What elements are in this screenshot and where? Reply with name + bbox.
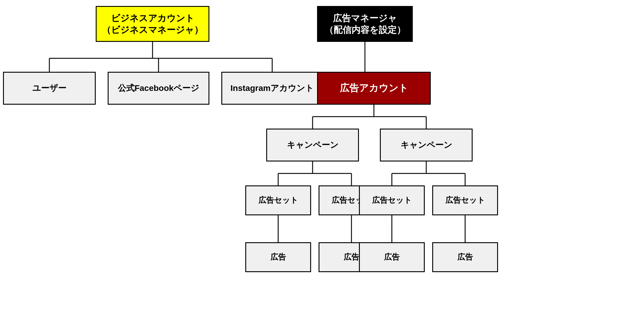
campaign2-node: キャンペーン	[380, 129, 473, 161]
business-label-line2: （ビジネスマネージャ）	[102, 25, 203, 35]
user-label: ユーザー	[32, 83, 66, 94]
adset1-label: 広告セット	[258, 195, 298, 205]
ad3-label: 広告	[384, 252, 400, 262]
instagram-node: Instagramアカウント	[221, 72, 323, 105]
adaccount-label: 広告アカウント	[340, 82, 408, 95]
ad-manager-node: 広告マネージャ （配信内容を設定）	[317, 6, 413, 42]
adset4-node: 広告セット	[432, 185, 498, 215]
diagram: ビジネスアカウント （ビジネスマネージャ） 広告マネージャ （配信内容を設定） …	[0, 0, 644, 317]
admanager-label-line1: 広告マネージャ	[333, 13, 397, 23]
campaign2-label: キャンペーン	[401, 140, 452, 150]
adset1-node: 広告セット	[245, 185, 311, 215]
ad4-node: 広告	[432, 242, 498, 272]
ad1-node: 広告	[245, 242, 311, 272]
business-label-line1: ビジネスアカウント	[111, 13, 194, 23]
business-account-node: ビジネスアカウント （ビジネスマネージャ）	[96, 6, 209, 42]
facebook-node: 公式Facebookページ	[108, 72, 209, 105]
user-node: ユーザー	[3, 72, 96, 105]
adset3-label: 広告セット	[372, 195, 412, 205]
campaign1-label: キャンペーン	[287, 140, 339, 150]
campaign1-node: キャンペーン	[266, 129, 359, 161]
adset4-label: 広告セット	[445, 195, 485, 205]
adset3-node: 広告セット	[359, 185, 425, 215]
ad2-label: 広告	[344, 252, 359, 262]
ad1-label: 広告	[270, 252, 286, 262]
ad3-node: 広告	[359, 242, 425, 272]
instagram-label: Instagramアカウント	[231, 83, 314, 94]
ad4-label: 広告	[457, 252, 473, 262]
admanager-label-line2: （配信内容を設定）	[325, 25, 406, 35]
facebook-label: 公式Facebookページ	[118, 83, 200, 94]
ad-account-node: 広告アカウント	[317, 72, 431, 105]
